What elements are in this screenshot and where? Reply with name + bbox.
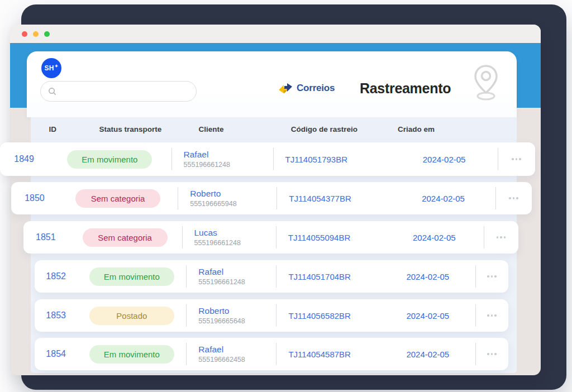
window-titlebar bbox=[10, 25, 541, 43]
tracking-code: TJ114055094BR bbox=[276, 221, 385, 254]
client-cell: Roberto 555196665948 bbox=[178, 182, 277, 214]
row-id: 1853 bbox=[35, 299, 77, 332]
row-id: 1851 bbox=[23, 221, 68, 254]
created-date: 2024-02-05 bbox=[385, 221, 484, 254]
tracking-code: TJ114056582BR bbox=[276, 299, 380, 332]
tracking-code: TJ114054587BR bbox=[276, 338, 380, 370]
status-cell: Em movimento bbox=[48, 142, 171, 176]
table-row[interactable]: 1849 Em movimento Rafael 555196661248 TJ… bbox=[0, 142, 535, 176]
client-cell: Rafael 555196661248 bbox=[171, 142, 273, 176]
status-badge: Em movimento bbox=[89, 267, 174, 286]
ellipsis-icon bbox=[497, 236, 499, 238]
sparkle-icon: ✦ bbox=[55, 64, 59, 69]
client-cell: Rafael 555196661248 bbox=[186, 260, 276, 293]
traffic-light-minimize[interactable] bbox=[33, 31, 39, 37]
client-cell: Lucas 555196661248 bbox=[182, 221, 276, 254]
search-input[interactable] bbox=[61, 82, 196, 101]
ellipsis-icon bbox=[516, 158, 518, 160]
client-name: Roberto bbox=[190, 189, 221, 199]
ellipsis-icon bbox=[516, 197, 518, 199]
column-header-code: Código de rastreio bbox=[279, 125, 385, 133]
status-badge: Em movimento bbox=[89, 345, 174, 364]
tracking-code: TJ114054377BR bbox=[277, 182, 391, 214]
row-menu-button[interactable] bbox=[490, 230, 512, 245]
client-name: Rafael bbox=[198, 345, 223, 355]
status-cell: Sem categoria bbox=[58, 182, 178, 214]
status-badge: Sem categoria bbox=[83, 228, 168, 247]
row-menu-button[interactable] bbox=[505, 152, 527, 166]
actions-cell bbox=[475, 260, 508, 293]
actions-cell bbox=[484, 221, 518, 254]
client-name: Roberto bbox=[198, 306, 229, 316]
table-row[interactable]: 1851 Sem categoria Lucas 555196661248 TJ… bbox=[23, 221, 518, 254]
correios-logo-icon bbox=[278, 82, 293, 95]
tracking-code: TJ114051704BR bbox=[276, 260, 380, 293]
created-date: 2024-02-05 bbox=[380, 299, 475, 332]
page-title: Rastreamento bbox=[360, 80, 451, 97]
status-badge: Postado bbox=[89, 307, 174, 325]
client-phone: 555196661248 bbox=[194, 239, 241, 247]
location-pin-icon bbox=[471, 64, 501, 102]
tracking-code: TJ114051793BR bbox=[273, 142, 391, 176]
client-phone: 555196661248 bbox=[198, 278, 245, 286]
client-name: Rafael bbox=[198, 267, 223, 277]
correios-logo: Correios bbox=[278, 82, 335, 95]
actions-cell bbox=[475, 299, 508, 332]
ellipsis-icon bbox=[509, 197, 511, 199]
client-phone: 555196662458 bbox=[198, 356, 245, 364]
correios-wordmark: Correios bbox=[297, 83, 335, 94]
row-menu-button[interactable] bbox=[480, 269, 503, 284]
ellipsis-icon bbox=[491, 314, 493, 317]
row-menu-button[interactable] bbox=[502, 191, 525, 205]
actions-cell bbox=[498, 142, 535, 176]
column-header-client: Cliente bbox=[186, 125, 278, 133]
table-header: ID Status transporte Cliente Código de r… bbox=[31, 117, 517, 141]
ellipsis-icon bbox=[494, 314, 497, 317]
search-icon bbox=[48, 87, 56, 95]
table-row[interactable]: 1853 Postado Roberto 555196665648 TJ1140… bbox=[35, 299, 508, 332]
ellipsis-icon bbox=[487, 314, 489, 317]
traffic-light-close[interactable] bbox=[22, 31, 27, 37]
ellipsis-icon bbox=[487, 353, 489, 355]
client-cell: Rafael 555196662458 bbox=[186, 338, 276, 370]
status-cell: Em movimento bbox=[77, 338, 186, 370]
actions-cell bbox=[495, 182, 532, 214]
ellipsis-icon bbox=[494, 353, 497, 355]
ellipsis-icon bbox=[487, 275, 489, 278]
table-row[interactable]: 1852 Em movimento Rafael 555196661248 TJ… bbox=[35, 260, 508, 293]
status-cell: Em movimento bbox=[77, 260, 186, 293]
ellipsis-icon bbox=[491, 275, 493, 278]
client-name: Rafael bbox=[184, 150, 209, 160]
row-id: 1854 bbox=[35, 338, 77, 370]
client-phone: 555196665948 bbox=[190, 200, 236, 208]
sh-logo-text: SH bbox=[45, 64, 54, 72]
client-cell: Roberto 555196665648 bbox=[186, 299, 276, 332]
created-date: 2024-02-05 bbox=[380, 338, 475, 370]
created-date: 2024-02-05 bbox=[380, 260, 475, 293]
sh-logo: SH✦ bbox=[41, 58, 61, 78]
ellipsis-icon bbox=[500, 236, 502, 238]
client-name: Lucas bbox=[194, 228, 217, 238]
ellipsis-icon bbox=[513, 197, 515, 199]
column-header-created: Criado em bbox=[385, 125, 483, 133]
ellipsis-icon bbox=[494, 275, 497, 278]
ellipsis-icon bbox=[491, 353, 493, 355]
table-row[interactable]: 1854 Em movimento Rafael 555196662458 TJ… bbox=[35, 338, 508, 370]
row-id: 1850 bbox=[11, 182, 58, 214]
row-id: 1849 bbox=[0, 142, 48, 176]
search-box[interactable] bbox=[40, 81, 197, 102]
column-header-id: ID bbox=[31, 125, 74, 133]
row-menu-button[interactable] bbox=[480, 347, 503, 361]
traffic-light-zoom[interactable] bbox=[44, 31, 50, 37]
app-header-card: SH✦ Correios Rastreamento bbox=[27, 51, 517, 117]
created-date: 2024-02-05 bbox=[390, 142, 498, 176]
mockup-stage: SH✦ Correios Rastreamento bbox=[0, 0, 572, 392]
status-badge: Sem categoria bbox=[75, 189, 160, 208]
status-cell: Sem categoria bbox=[68, 221, 182, 254]
row-id: 1852 bbox=[35, 260, 77, 293]
table-row[interactable]: 1850 Sem categoria Roberto 555196665948 … bbox=[11, 182, 532, 214]
row-menu-button[interactable] bbox=[480, 308, 503, 323]
client-phone: 555196665648 bbox=[198, 317, 245, 325]
ellipsis-icon bbox=[519, 158, 521, 160]
ellipsis-icon bbox=[512, 158, 514, 160]
